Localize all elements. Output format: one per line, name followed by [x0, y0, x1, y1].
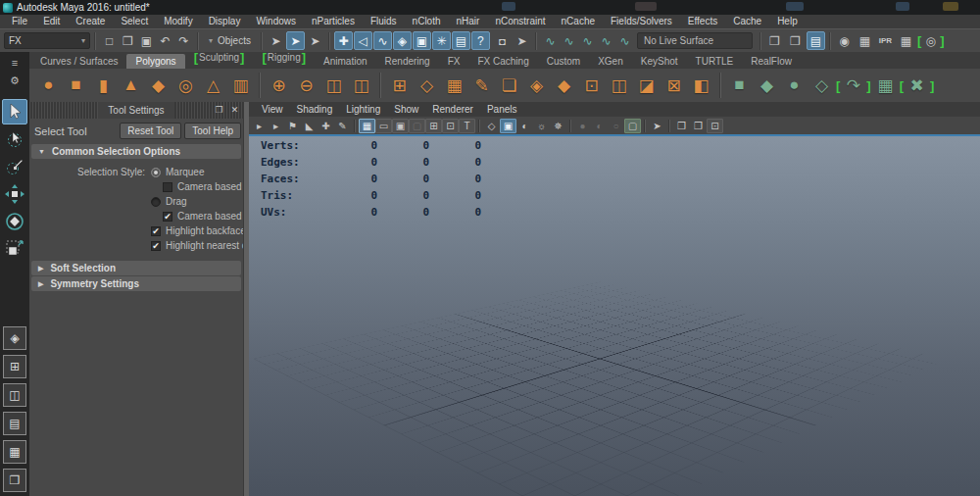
shelf-tab-polygons[interactable]: Polygons [126, 54, 184, 69]
shelf-menu-icon[interactable]: ≡ [6, 56, 24, 70]
select-camera-icon[interactable]: ▸ [251, 119, 268, 133]
menu-modify[interactable]: Modify [156, 15, 200, 28]
fill-hole-icon[interactable]: ■ [726, 73, 753, 99]
textured-icon[interactable]: ◐ [516, 119, 533, 133]
redo-icon[interactable]: ↷ [174, 31, 193, 50]
booleans-union-icon[interactable]: ⊕ [266, 73, 292, 99]
menu-file[interactable]: File [4, 15, 35, 28]
select-tool-button[interactable] [2, 99, 27, 124]
grid-toggle-icon[interactable]: ▦ [359, 119, 375, 133]
float-panel-icon[interactable]: ❐ [213, 103, 225, 116]
gear-icon[interactable]: ⚙ [6, 74, 24, 87]
open-scene-icon[interactable]: ❐ [119, 31, 137, 50]
extrude-face-icon[interactable]: ⊡ [578, 73, 605, 99]
menu-effects[interactable]: Effects [680, 15, 725, 28]
checkbox-highlight-backfaces[interactable]: ✔Highlight backfaces [151, 223, 243, 238]
gamma-icon[interactable]: ◐ [591, 119, 608, 133]
select-by-component-icon[interactable]: ➤ [306, 31, 324, 50]
field-chart-icon[interactable]: ⊞ [425, 119, 442, 133]
snap-to-points-icon[interactable]: ◈ [393, 31, 412, 50]
viewport-menu-show[interactable]: Show [387, 104, 425, 115]
radio-indicator[interactable] [151, 197, 161, 207]
checkbox-camera-based-sel[interactable]: Camera based sel [163, 179, 243, 194]
separate-icon[interactable]: ◫ [348, 73, 374, 99]
checkbox-indicator[interactable]: ✔ [151, 241, 161, 251]
exposure-icon[interactable]: ● [574, 119, 591, 133]
render-settings-icon[interactable]: ▦ [897, 31, 915, 50]
shelf-tab-realflow[interactable]: RealFlow [742, 54, 801, 69]
checkbox-highlight-nearest-com[interactable]: ✔Highlight nearest com [151, 238, 243, 253]
film-gate-icon[interactable]: ▭ [375, 119, 392, 133]
lock-selection-icon[interactable]: ◘ [493, 31, 512, 50]
isolate-select-icon[interactable]: ➤ [649, 119, 665, 133]
render-setup-icon[interactable]: ◎ [921, 31, 940, 50]
menu-select[interactable]: Select [113, 15, 156, 28]
poly-pipe-icon[interactable]: ▥ [227, 73, 254, 99]
menu-cache[interactable]: Cache [725, 15, 769, 28]
scale-tool-button[interactable] [2, 236, 27, 262]
snap-to-grids-icon[interactable]: ◁ [354, 31, 372, 50]
shelf-tab-fx-caching[interactable]: FX Caching [468, 54, 537, 69]
merge-vertices-icon[interactable]: ◪ [633, 73, 660, 99]
panel-splitter[interactable] [243, 102, 249, 496]
menu-nhair[interactable]: nHair [449, 15, 488, 28]
mirror-geometry-icon[interactable]: ◧ [688, 73, 714, 99]
grease-pencil-icon[interactable]: ✎ [334, 119, 351, 133]
shadows-icon[interactable]: ✵ [550, 119, 566, 133]
section-header-symmetry-settings[interactable]: ▶Symmetry Settings [31, 276, 241, 291]
camera-attributes-icon[interactable]: ▸ [268, 119, 284, 133]
wireframe-icon[interactable]: ◇ [483, 119, 500, 133]
maximize-panel-icon[interactable]: ⊡ [707, 119, 723, 133]
append-polygon-icon[interactable]: ◆ [754, 73, 780, 99]
shelf-tab-xgen[interactable]: XGen [589, 54, 632, 69]
booleans-difference-icon[interactable]: ⊖ [293, 73, 319, 99]
snap-to-curves-icon[interactable]: ∿ [373, 31, 392, 50]
move-nudge-icon[interactable]: ✚ [334, 31, 353, 50]
hypershade-persp-layout-button[interactable]: ▦ [3, 440, 26, 464]
smooth-shade-icon[interactable]: ▣ [500, 119, 516, 133]
checkbox-indicator[interactable]: ✔ [163, 212, 172, 222]
gate-mask-icon[interactable]: ▢ [409, 119, 425, 133]
save-scene-icon[interactable]: ▣ [137, 31, 156, 50]
smooth-preview-icon[interactable]: ◇ [414, 73, 440, 99]
input-operations-icon[interactable]: ∿ [541, 31, 560, 50]
shelf-tab-keyshot[interactable]: KeyShot [632, 54, 687, 69]
open-render-view-icon[interactable]: ◉ [835, 31, 854, 50]
shelf-tab-custom[interactable]: Custom [538, 54, 589, 69]
tear-off-copy-icon[interactable]: ❐ [673, 119, 690, 133]
undo-icon[interactable]: ↶ [156, 31, 174, 50]
persp-outliner-layout-button[interactable]: ◫ [3, 383, 26, 407]
poly-pyramid-icon[interactable]: △ [200, 73, 226, 99]
shelf-tab-rendering[interactable]: Rendering [376, 54, 439, 69]
ao-icon[interactable]: ○ [608, 119, 624, 133]
rotate-tool-button[interactable] [2, 209, 27, 234]
reset-tool-button[interactable]: Reset Tool [120, 123, 181, 139]
viewport-menu-panels[interactable]: Panels [480, 104, 524, 115]
menu-display[interactable]: Display [201, 15, 249, 28]
construction-history-2-icon[interactable]: ∿ [597, 31, 615, 50]
tool-help-button[interactable]: Tool Help [184, 123, 241, 139]
target-weld-icon[interactable]: ⊠ [661, 73, 687, 99]
poly-plane-icon[interactable]: ◆ [145, 73, 172, 99]
radio-drag[interactable]: Drag [151, 194, 243, 209]
smooth-icon[interactable]: ⊞ [386, 73, 413, 99]
tear-off-icon[interactable]: ❐ [690, 119, 707, 133]
input-operations-2-icon[interactable]: ∿ [560, 31, 578, 50]
viewport-3d-view[interactable]: Verts:000Edges:000Faces:000Tris:000UVs:0… [249, 134, 980, 496]
menu-set-dropdown[interactable]: FX ▾ [4, 32, 90, 49]
bookmark-icon[interactable]: ⚑ [284, 119, 301, 133]
shelf-tab-animation[interactable]: Animation [315, 54, 375, 69]
select-by-hierarchy-icon[interactable]: ➤ [267, 31, 285, 50]
show-tool-settings-icon[interactable]: ❐ [786, 31, 805, 50]
menu-create[interactable]: Create [68, 15, 113, 28]
snap-to-projected-center-icon[interactable]: ▣ [413, 31, 431, 50]
section-header-soft-selection[interactable]: ▶Soft Selection [31, 261, 241, 275]
curve-warp-icon[interactable]: ↷ [840, 73, 866, 99]
common-selection-options-header[interactable]: ▼ Common Selection Options [31, 144, 241, 159]
viewport-menu-view[interactable]: View [255, 104, 290, 115]
make-live-icon[interactable]: ▤ [452, 31, 470, 50]
close-panel-icon[interactable]: ✕ [228, 103, 241, 116]
poly-torus-icon[interactable]: ◎ [172, 73, 199, 99]
snap-help-icon[interactable]: ? [471, 31, 490, 50]
viewport-renderer-icon[interactable]: ▢ [624, 119, 641, 133]
